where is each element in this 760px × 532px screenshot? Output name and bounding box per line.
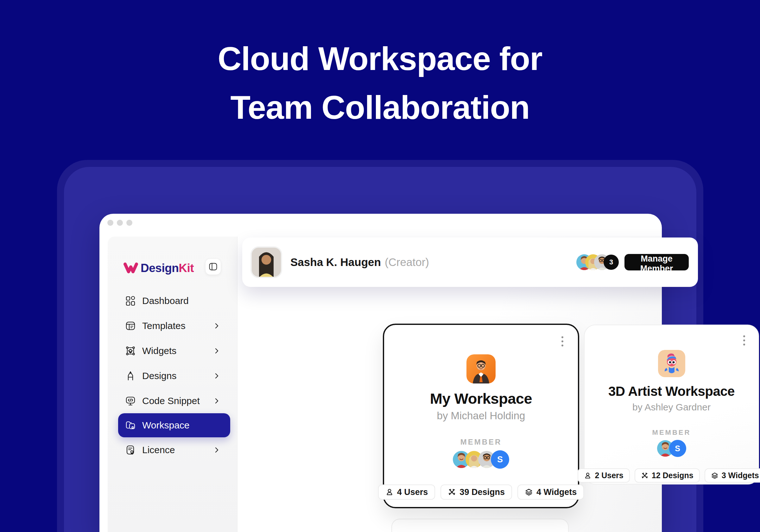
- sidebar: DesignKit Dashboard: [108, 237, 238, 532]
- user-topbar: Sasha K. Haugen (Creator): [242, 237, 698, 287]
- stat-chip-widgets: 4 Widgets: [517, 485, 584, 500]
- sidebar-collapse-button[interactable]: [205, 259, 221, 275]
- hero-title-line1: Cloud Workspace for: [217, 40, 542, 77]
- businessman-illustration-icon: [466, 354, 496, 383]
- manage-member-button[interactable]: Manage Member: [625, 254, 689, 270]
- templates-icon: [125, 320, 136, 331]
- sidebar-item-workspace[interactable]: Workspace: [118, 413, 230, 437]
- stat-label: 2 Users: [595, 471, 623, 480]
- brand-logo: DesignKit: [123, 260, 230, 277]
- brand-name-accent: Kit: [179, 262, 194, 274]
- avatar-sasha: [252, 248, 281, 277]
- page: Cloud Workspace for Team Collaboration D…: [0, 0, 760, 532]
- member-label: MEMBER: [585, 428, 758, 437]
- hero-title: Cloud Workspace for Team Collaboration: [0, 34, 760, 132]
- window-control-dot[interactable]: [126, 220, 132, 226]
- dashboard-icon: [125, 295, 136, 306]
- workspace-author: by Ashley Gardner: [585, 402, 758, 412]
- workspace-icon: [125, 420, 136, 431]
- chevron-right-icon: [213, 347, 220, 354]
- sidebar-item-label: Dashboard: [142, 295, 189, 306]
- layers-icon: [525, 488, 533, 496]
- user-icon: [385, 488, 394, 496]
- stat-chip-users: 2 Users: [578, 468, 630, 483]
- card-menu-button[interactable]: [741, 333, 747, 347]
- workspace-card-my-workspace[interactable]: My Workspace by Michael Holding MEMBER: [383, 324, 579, 508]
- member-avatar-initial: S: [491, 450, 509, 469]
- workspace-thumbnail: [466, 354, 496, 383]
- stat-chip-designs: 39 Designs: [441, 485, 512, 500]
- sidebar-item-label: Templates: [142, 320, 186, 331]
- code-snippet-icon: [125, 396, 136, 406]
- workspace-title: 3D Artist Workspace: [585, 384, 758, 399]
- sidebar-item-label: Workspace: [142, 420, 190, 431]
- sidebar-item-code-snippet[interactable]: Code Snippet: [108, 388, 238, 413]
- hero-title-line2: Team Collaboration: [230, 89, 530, 126]
- creator-avatar: [251, 246, 282, 278]
- brand-logo-text: DesignKit: [141, 262, 194, 275]
- stat-label: 12 Designs: [652, 471, 693, 480]
- brand-logo-icon: [123, 262, 138, 274]
- chevron-right-icon: [213, 322, 220, 329]
- member-avatar-initial: S: [669, 440, 686, 457]
- sidebar-toggle-icon: [209, 262, 217, 271]
- sidebar-nav: Dashboard Templates: [108, 288, 238, 462]
- stat-label: 4 Users: [397, 487, 428, 497]
- workspace-title: My Workspace: [384, 390, 578, 407]
- sidebar-item-licence[interactable]: Licence: [108, 437, 238, 462]
- next-row-card-peek: [391, 519, 569, 532]
- brand-name-primary: Design: [141, 262, 179, 274]
- member-overflow-badge: 3: [603, 255, 619, 270]
- workspace-thumbnail: [658, 350, 685, 377]
- card-menu-button[interactable]: [559, 334, 565, 348]
- chevron-right-icon: [213, 372, 220, 379]
- topbar-members: 3 Manage Member: [576, 254, 689, 270]
- sidebar-item-templates[interactable]: Templates: [108, 313, 238, 338]
- user-icon: [584, 472, 592, 479]
- layers-icon: [711, 472, 719, 479]
- widgets-icon: [125, 346, 136, 356]
- stat-chip-designs: 12 Designs: [635, 468, 700, 483]
- sidebar-item-label: Licence: [142, 445, 175, 456]
- chevron-right-icon: [213, 397, 220, 405]
- window-control-dot[interactable]: [107, 220, 113, 226]
- workspace-card-3d-artist[interactable]: 3D Artist Workspace by Ashley Gardner ME…: [584, 324, 759, 485]
- workspace-author: by Michael Holding: [384, 410, 578, 422]
- sidebar-item-label: Code Snippet: [142, 396, 200, 406]
- designs-icon: [641, 472, 648, 479]
- stat-chip-widgets: 3 Widgets: [705, 468, 760, 483]
- sidebar-item-dashboard[interactable]: Dashboard: [108, 288, 238, 313]
- licence-icon: [125, 445, 136, 456]
- sidebar-item-widgets[interactable]: Widgets: [108, 338, 238, 363]
- workspace-stats: 4 Users 39 Designs 4 Widgets: [384, 485, 578, 500]
- window-controls[interactable]: [107, 220, 132, 226]
- creator-role: (Creator): [385, 256, 429, 268]
- member-avatars: S: [384, 450, 578, 469]
- designs-icon: [125, 370, 136, 381]
- sidebar-item-designs[interactable]: Designs: [108, 363, 238, 388]
- stat-label: 4 Widgets: [537, 487, 577, 497]
- chevron-right-icon: [213, 447, 220, 454]
- workspace-stats: 2 Users 12 Designs 3 Widgets: [585, 468, 758, 483]
- member-label: MEMBER: [384, 438, 578, 447]
- stat-chip-users: 4 Users: [378, 485, 435, 500]
- member-avatars: S: [585, 440, 758, 457]
- window-control-dot[interactable]: [117, 220, 123, 226]
- stat-label: 3 Widgets: [722, 471, 759, 480]
- creator-name: Sasha K. Haugen: [290, 256, 381, 268]
- character-illustration-icon: [658, 350, 685, 377]
- sidebar-item-label: Widgets: [142, 346, 176, 356]
- sidebar-item-label: Designs: [142, 370, 176, 381]
- hero-heading: Cloud Workspace for Team Collaboration: [0, 34, 760, 132]
- stat-label: 39 Designs: [459, 487, 505, 497]
- designs-icon: [448, 488, 456, 496]
